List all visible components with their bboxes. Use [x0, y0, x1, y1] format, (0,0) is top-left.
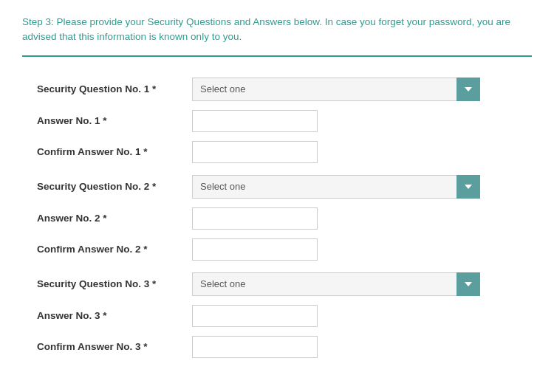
select-wrapper-sq1: Select one	[192, 78, 480, 101]
input-cell-sq1: Select one	[185, 73, 532, 106]
input-cell-conf3	[185, 331, 532, 362]
form-row-ans1: Answer No. 1 *	[22, 106, 532, 137]
select-wrapper-sq2: Select one	[192, 175, 480, 199]
form-row-ans3: Answer No. 3 *	[22, 300, 532, 331]
input-ans3[interactable]	[192, 305, 318, 327]
label-ans1: Answer No. 1 *	[22, 106, 185, 137]
section-divider	[22, 55, 532, 57]
input-cell-sq2: Select one	[185, 171, 532, 203]
form-row-sq3: Security Question No. 3 * Select one	[22, 268, 532, 300]
form-row-conf1: Confirm Answer No. 1 *	[22, 137, 532, 168]
form-row-sq1: Security Question No. 1 * Select one	[22, 73, 532, 106]
select-sq3[interactable]: Select one	[192, 272, 480, 296]
select-sq1[interactable]: Select one	[192, 78, 480, 101]
label-sq3: Security Question No. 3 *	[22, 268, 185, 300]
select-wrapper-sq3: Select one	[192, 272, 480, 296]
label-ans3: Answer No. 3 *	[22, 300, 185, 331]
input-cell-ans3	[185, 300, 532, 331]
label-conf3: Confirm Answer No. 3 *	[22, 331, 185, 362]
form-row-ans2: Answer No. 2 *	[22, 203, 532, 234]
input-cell-conf1	[185, 137, 532, 168]
input-conf3[interactable]	[192, 336, 318, 358]
instruction-text: Step 3: Please provide your Security Que…	[22, 15, 532, 45]
input-cell-sq3: Select one	[185, 268, 532, 300]
label-conf2: Confirm Answer No. 2 *	[22, 234, 185, 265]
input-cell-conf2	[185, 234, 532, 265]
select-sq2[interactable]: Select one	[192, 175, 480, 199]
input-ans2[interactable]	[192, 207, 318, 230]
label-ans2: Answer No. 2 *	[22, 203, 185, 234]
input-cell-ans2	[185, 203, 532, 234]
page-wrapper: Step 3: Please provide your Security Que…	[0, 0, 554, 385]
form-row-conf2: Confirm Answer No. 2 *	[22, 234, 532, 265]
security-questions-form: Security Question No. 1 * Select one Ans…	[22, 73, 532, 362]
label-sq2: Security Question No. 2 *	[22, 171, 185, 203]
form-row-sq2: Security Question No. 2 * Select one	[22, 171, 532, 203]
label-sq1: Security Question No. 1 *	[22, 73, 185, 106]
label-conf1: Confirm Answer No. 1 *	[22, 137, 185, 168]
input-ans1[interactable]	[192, 110, 318, 132]
input-conf2[interactable]	[192, 238, 318, 261]
input-cell-ans1	[185, 106, 532, 137]
form-row-conf3: Confirm Answer No. 3 *	[22, 331, 532, 362]
input-conf1[interactable]	[192, 141, 318, 163]
